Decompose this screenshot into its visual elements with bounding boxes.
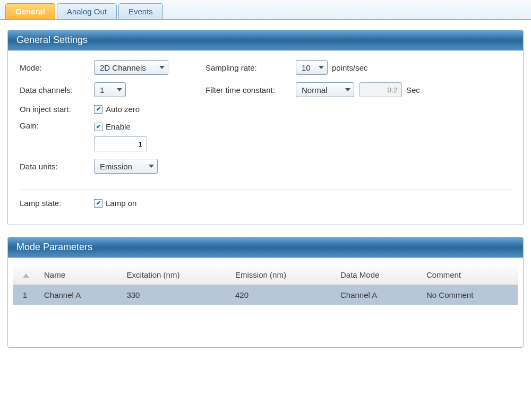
tab-bar: General Analog Out Events [0,0,531,20]
filter-time-constant-select[interactable]: Normal [296,82,354,97]
chevron-down-icon [117,88,122,91]
column-data-mode[interactable]: Data Mode [333,265,419,285]
checkbox-icon: ✔ [94,123,102,131]
general-settings-panel: General Settings Mode: 2D Channels Data … [7,30,524,225]
checkbox-icon: ✔ [94,199,102,208]
filter-seconds-unit: Sec [406,85,420,95]
mode-parameters-table: Name Excitation (nm) Emission (nm) Data … [13,265,518,305]
tab-events[interactable]: Events [118,3,163,19]
data-units-label: Data units: [20,162,94,171]
column-emission[interactable]: Emission (nm) [228,265,333,285]
panel-area: General Settings Mode: 2D Channels Data … [0,20,531,369]
filter-seconds-input [359,82,402,97]
row-header-corner[interactable] [13,265,37,285]
data-channels-label: Data channels: [20,85,94,95]
sampling-rate-select[interactable]: 10 [296,60,328,75]
data-units-value: Emission [100,162,132,171]
cell-data-mode[interactable]: Channel A [333,285,419,305]
sort-icon [23,273,29,278]
row-index: 1 [13,285,37,305]
chevron-down-icon [159,66,165,69]
chevron-down-icon [319,66,324,69]
lamp-state-label: Lamp state: [20,199,94,208]
mode-parameters-panel: Mode Parameters Name Excitation (nm) Emi… [7,237,524,348]
column-name[interactable]: Name [37,265,119,285]
chevron-down-icon [149,165,154,168]
gain-value-input[interactable] [94,136,147,151]
checkbox-icon: ✔ [94,105,102,114]
table-row[interactable]: 1 Channel A 330 420 Channel A No Comment [13,285,518,305]
gain-enable-checkbox[interactable]: ✔ Enable [94,122,131,131]
cell-excitation[interactable]: 330 [119,285,228,305]
lamp-on-label: Lamp on [106,199,136,208]
tab-general[interactable]: General [5,3,55,19]
gain-label: Gain: [20,121,94,130]
auto-zero-checkbox-label: Auto zero [106,105,140,114]
gain-enable-label: Enable [106,122,131,131]
sampling-rate-unit: points/sec [332,63,368,72]
filter-time-constant-label: Filter time constant: [205,85,296,95]
sampling-rate-label: Sampling rate: [205,63,296,72]
tab-analog-out[interactable]: Analog Out [57,3,117,19]
filter-time-constant-value: Normal [302,85,327,95]
on-inject-start-label: On inject start: [20,105,94,114]
general-settings-title: General Settings [8,30,523,50]
chevron-down-icon [345,88,350,91]
column-comment[interactable]: Comment [419,265,518,285]
column-excitation[interactable]: Excitation (nm) [119,265,228,285]
data-channels-value: 1 [100,85,104,95]
mode-select-value: 2D Channels [100,63,146,72]
separator [20,190,511,190]
sampling-rate-value: 10 [302,63,311,72]
cell-name[interactable]: Channel A [37,285,119,305]
mode-parameters-title: Mode Parameters [8,237,523,258]
lamp-on-checkbox[interactable]: ✔ Lamp on [94,199,136,208]
mode-select[interactable]: 2D Channels [94,60,168,75]
mode-label: Mode: [20,63,94,72]
data-channels-select[interactable]: 1 [94,82,126,97]
cell-emission[interactable]: 420 [228,285,333,305]
auto-zero-checkbox[interactable]: ✔ Auto zero [94,105,140,114]
data-units-select[interactable]: Emission [94,159,158,174]
cell-comment[interactable]: No Comment [419,285,518,305]
